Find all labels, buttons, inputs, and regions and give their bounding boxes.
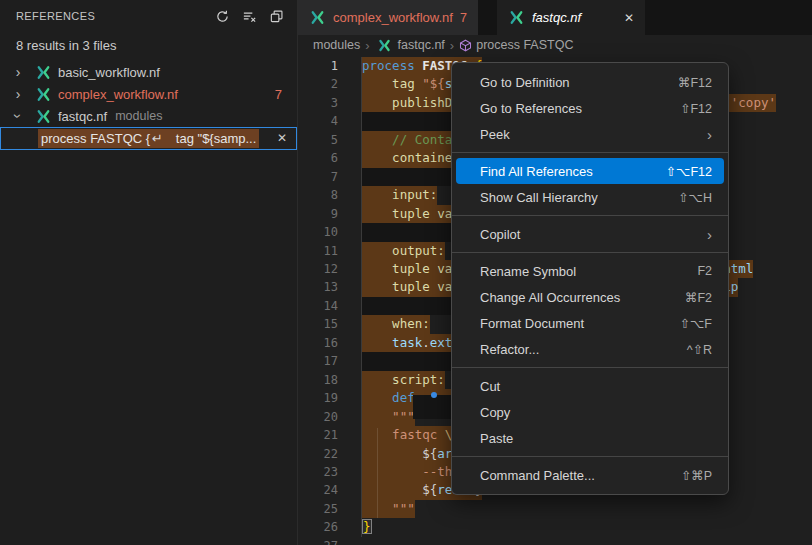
line-number: 11 (298, 242, 338, 260)
menu-item-label: Peek (480, 127, 510, 142)
menu-item-label: Command Palette... (480, 468, 595, 483)
menu-item-label: Format Document (480, 316, 584, 331)
sidebar-item-basic-workflow[interactable]: › basic_workflow.nf (0, 61, 297, 83)
tab-fastqc-active[interactable]: fastqc.nf ✕ (497, 0, 645, 35)
line-number: 8 (298, 186, 338, 204)
line-number: 9 (298, 205, 338, 223)
menu-item-shortcut: ⇧⌥F12 (666, 164, 712, 179)
results-summary: 8 results in 3 files (0, 32, 297, 61)
code-line[interactable]: 27 (298, 537, 812, 545)
close-tab-icon[interactable]: ✕ (624, 11, 634, 25)
line-number: 14 (298, 297, 338, 315)
breadcrumb-separator: › (449, 38, 455, 53)
menu-item-label: Paste (480, 431, 513, 446)
line-content: when: (362, 315, 430, 333)
menu-item-go-to-definition[interactable]: Go to Definition⌘F12 (456, 69, 724, 95)
file-folder-desc: modules (115, 109, 162, 123)
symbol-namespace-icon (459, 39, 472, 52)
reference-count-badge: 7 (275, 87, 282, 102)
indent-guide (377, 428, 378, 518)
editor-context-menu: Go to Definition⌘F12Go to References⇧F12… (451, 62, 729, 495)
line-number: 3 (298, 94, 338, 112)
menu-item-label: Show Call Hierarchy (480, 190, 598, 205)
result-snippet: process FASTQC {↵ tag "${samp... (38, 129, 259, 148)
file-name: fastqc.nf (58, 109, 107, 124)
line-number: 21 (298, 426, 338, 444)
breadcrumb-file[interactable]: fastqc.nf (398, 38, 445, 52)
vscode-window: REFERENCES (0, 0, 812, 545)
tab-separator (478, 0, 497, 35)
breadcrumb-symbol[interactable]: process FASTQC (476, 38, 573, 52)
reference-range-highlight: input: (362, 186, 437, 204)
menu-item-go-to-references[interactable]: Go to References⇧F12 (456, 95, 724, 121)
menu-separator (452, 252, 728, 253)
menu-item-refactor[interactable]: Refactor...^⇧R (456, 336, 724, 362)
nextflow-icon (35, 65, 52, 80)
line-number: 20 (298, 408, 338, 426)
breadcrumb-folder[interactable]: modules (313, 38, 360, 52)
line-number: 12 (298, 260, 338, 278)
code-line[interactable]: 25 """ (298, 500, 812, 518)
reference-range-highlight: when: (362, 315, 430, 333)
line-number: 7 (298, 168, 338, 186)
nextflow-icon (377, 39, 392, 52)
line-content: input: (362, 186, 437, 204)
menu-item-label: Copilot (480, 227, 520, 242)
menu-separator (452, 456, 728, 457)
reference-result-selected[interactable]: process FASTQC {↵ tag "${samp... ✕ (0, 127, 297, 150)
tab-bar: complex_workflow.nf 7 fastqc.nf ✕ (298, 0, 812, 35)
line-number: 4 (298, 112, 338, 130)
line-content: fastqc \ (362, 426, 452, 444)
menu-item-copy[interactable]: Copy (456, 399, 724, 425)
nextflow-icon (508, 10, 525, 25)
line-number: 24 (298, 481, 338, 499)
line-number: 6 (298, 149, 338, 167)
menu-item-copilot[interactable]: Copilot› (456, 221, 724, 247)
menu-item-format-document[interactable]: Format Document⇧⌥F (456, 310, 724, 336)
line-number: 1 (298, 57, 338, 75)
menu-item-shortcut: ^⇧R (687, 342, 712, 357)
line-number: 13 (298, 278, 338, 296)
panel-toolbar (213, 7, 285, 25)
menu-item-show-call-hierarchy[interactable]: Show Call Hierarchy⇧⌥H (456, 184, 724, 210)
tab-complex-workflow[interactable]: complex_workflow.nf 7 (298, 0, 478, 35)
code-line[interactable]: 26} (298, 518, 812, 536)
menu-item-paste[interactable]: Paste (456, 425, 724, 451)
tab-label: fastqc.nf (532, 10, 581, 25)
breadcrumb-separator: › (364, 38, 370, 53)
dismiss-result-icon[interactable]: ✕ (277, 131, 287, 145)
reference-range-highlight: """ (362, 500, 415, 518)
menu-item-label: Go to References (480, 101, 582, 116)
line-number: 19 (298, 389, 338, 407)
menu-item-label: Change All Occurrences (480, 290, 620, 305)
menu-item-cut[interactable]: Cut (456, 373, 724, 399)
menu-item-shortcut: ⌘F2 (685, 290, 712, 305)
menu-separator (452, 367, 728, 368)
chevron-right-icon[interactable]: › (9, 86, 27, 102)
sidebar-item-complex-workflow[interactable]: › complex_workflow.nf 7 (0, 83, 297, 105)
tab-label: complex_workflow.nf (333, 10, 453, 25)
line-number: 5 (298, 131, 338, 149)
line-number: 18 (298, 371, 338, 389)
line-content: script: (362, 371, 445, 389)
line-number: 22 (298, 445, 338, 463)
menu-item-command-palette[interactable]: Command Palette...⇧⌘P (456, 462, 724, 488)
menu-item-rename-symbol[interactable]: Rename SymbolF2 (456, 258, 724, 284)
menu-item-peek[interactable]: Peek› (456, 121, 724, 147)
clear-all-icon[interactable] (240, 7, 258, 25)
menu-item-shortcut: ⇧⌥H (678, 190, 712, 205)
chevron-down-icon[interactable]: › (10, 107, 26, 125)
line-content: output: (362, 242, 445, 260)
sidebar-item-fastqc[interactable]: › fastqc.nf modules (0, 105, 297, 127)
panel-title: REFERENCES (16, 10, 95, 22)
collapse-all-icon[interactable] (267, 7, 285, 25)
menu-item-shortcut: ⇧⌘P (681, 468, 712, 483)
menu-item-change-all-occurrences[interactable]: Change All Occurrences⌘F2 (456, 284, 724, 310)
menu-item-find-all-references[interactable]: Find All References⇧⌥F12 (456, 158, 724, 184)
chevron-right-icon[interactable]: › (9, 64, 27, 80)
tab-problem-badge: 7 (460, 11, 467, 25)
menu-item-shortcut: ⇧⌥F (679, 316, 712, 331)
nextflow-icon (35, 87, 52, 102)
line-number: 25 (298, 500, 338, 518)
refresh-icon[interactable] (213, 7, 231, 25)
